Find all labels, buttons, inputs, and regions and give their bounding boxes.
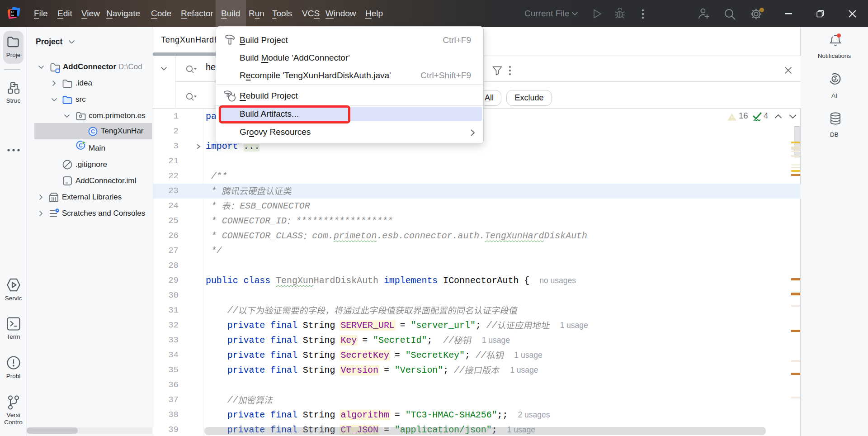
svg-text:IJ: IJ — [11, 10, 14, 14]
svg-text:C: C — [91, 128, 95, 135]
